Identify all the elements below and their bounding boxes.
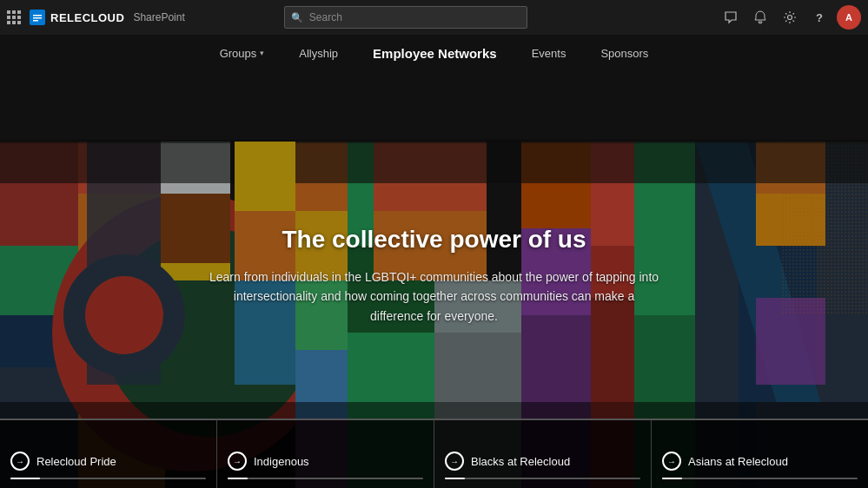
card-item-indigenous[interactable]: → Indigenous [216,419,434,488]
card-item-blacks[interactable]: → Blacks at Relecloud [434,419,651,488]
user-avatar[interactable]: A [837,5,861,30]
card-item-asians[interactable]: → Asians at Relecloud [651,419,868,488]
hero-section: The collective power of us Learn from in… [0,73,868,488]
arrow-circle-icon: → [445,452,464,471]
card-arrow-asians: → Asians at Relecloud [662,452,858,471]
card-progress-fill [662,478,682,479]
svg-rect-3 [33,20,38,22]
card-progress-bar [228,478,423,479]
help-button[interactable]: ? [807,5,832,30]
card-progress-bar [662,478,858,479]
card-progress-fill [445,478,465,479]
card-progress-fill [10,478,40,479]
hero-subtitle: Learn from individuals in the LGBTQI+ co… [209,267,660,326]
arrow-circle-icon: → [662,452,681,471]
notifications-button[interactable] [748,5,772,30]
hero-content: The collective power of us Learn from in… [209,226,660,326]
app-name: RELECLOUD [50,11,124,24]
nav-item-employee-networks[interactable]: Employee Networks [369,35,500,73]
top-bar-actions: ? A [719,5,861,30]
card-progress-fill [228,478,248,479]
top-bar: RELECLOUD SharePoint 🔍 ? A [0,0,868,35]
arrow-circle-icon: → [10,452,30,471]
svg-point-4 [788,16,792,20]
search-input[interactable] [284,6,527,29]
chevron-down-icon: ▾ [260,49,264,57]
search-icon: 🔍 [291,12,303,23]
card-progress-bar [445,478,640,479]
logo-area: RELECLOUD SharePoint [7,10,185,25]
card-arrow-blacks: → Blacks at Relecloud [445,452,640,471]
svg-rect-1 [33,15,42,16]
nav-bar: Groups ▾ Allyship Employee Networks Even… [0,35,868,73]
card-arrow-pride: → Relecloud Pride [10,452,206,471]
card-arrow-indigenous: → Indigenous [228,452,423,471]
platform-name: SharePoint [133,11,184,23]
svg-rect-2 [33,17,42,19]
settings-button[interactable] [778,5,802,30]
waffle-icon[interactable] [7,10,21,24]
hero-title: The collective power of us [209,226,660,254]
app-logo-icon [30,10,45,25]
arrow-circle-icon: → [228,452,247,471]
nav-item-events[interactable]: Events [528,35,570,73]
card-progress-bar [10,478,206,479]
nav-item-groups[interactable]: Groups ▾ [216,35,268,73]
nav-item-sponsors[interactable]: Sponsors [597,35,652,73]
bottom-cards: → Relecloud Pride → Indigenous → Blacks … [0,419,868,488]
search-container: 🔍 [284,6,527,29]
speech-bubble-button[interactable] [719,5,743,30]
card-item-pride[interactable]: → Relecloud Pride [0,419,216,488]
avatar-initials: A [845,12,852,23]
nav-item-allyship[interactable]: Allyship [295,35,341,73]
